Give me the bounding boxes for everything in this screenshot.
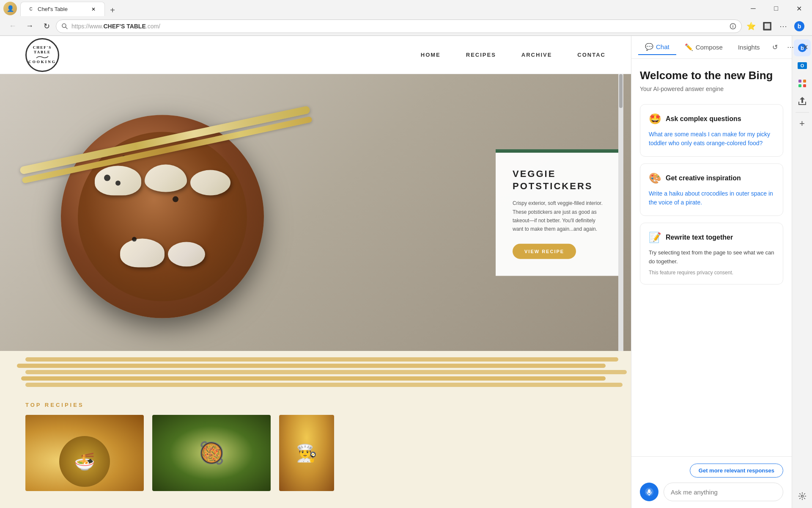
tab-compose-label: Compose — [696, 44, 723, 51]
dumpling-2 — [145, 165, 187, 192]
wave-stripe-2 — [17, 364, 606, 368]
nav-contact[interactable]: CONTAC — [577, 52, 606, 58]
favorites-icon[interactable]: ⭐ — [743, 19, 759, 34]
sesame-2 — [115, 180, 121, 185]
logo-text-top: CHEF'S TABLE — [27, 45, 58, 55]
close-sidebar-button[interactable]: ✕ — [799, 41, 812, 54]
view-recipe-button[interactable]: VIEW RECIPE — [513, 243, 576, 259]
svg-rect-16 — [803, 84, 806, 87]
more-relevant-button[interactable]: Get more relevant responses — [690, 464, 783, 478]
sidebar-footer: Get more relevant responses — [631, 456, 792, 508]
refresh-button[interactable]: ↻ — [39, 19, 54, 34]
tab-compose[interactable]: ✏️ Compose — [678, 40, 730, 55]
url-prefix: https://www. — [71, 23, 103, 30]
tab-favicon: C — [27, 6, 34, 13]
nav-home[interactable]: HOME — [421, 52, 441, 58]
scroll-track[interactable] — [618, 74, 623, 351]
creative-example-link[interactable]: Write a haiku about crocodiles in outer … — [649, 189, 774, 207]
hero-bowl-area — [25, 102, 279, 323]
back-button[interactable]: ← — [5, 19, 20, 34]
feature-card-rewrite-header: 📝 Rewrite text together — [649, 232, 774, 243]
share-sidebar-icon[interactable] — [794, 93, 811, 110]
svg-line-1 — [66, 27, 67, 29]
nav-bar: ← → ↻ https://www.CHEF'S TABLE.com/ ⭐ 🔲 … — [0, 17, 812, 36]
wave-stripes — [0, 351, 631, 393]
sidebar-settings-button[interactable] — [794, 488, 811, 505]
add-sidebar-button[interactable]: + — [794, 115, 811, 132]
profile-avatar[interactable]: 👤 — [3, 2, 17, 15]
svg-rect-15 — [798, 84, 801, 87]
card-bowl-icon: 🍜 — [59, 436, 110, 487]
ask-title: Ask complex questions — [666, 115, 741, 123]
search-icon — [61, 23, 68, 30]
dumpling-4 — [120, 239, 165, 268]
address-url: https://www.CHEF'S TABLE.com/ — [71, 23, 726, 30]
nav-icons: ⭐ 🔲 ⋯ b — [743, 19, 807, 34]
welcome-title: Welcome to the new Bing — [640, 69, 783, 82]
browser-chrome: 👤 C Chef's Table ✕ + ─ □ ✕ ← → ↻ https:/… — [0, 0, 812, 36]
feature-card-ask-header: 🤩 Ask complex questions — [649, 113, 774, 125]
site-nav: HOME RECIPES ARCHIVE CONTAC — [421, 52, 606, 58]
top-recipes-title: TOP RECIPIES — [25, 402, 606, 408]
nav-archive[interactable]: ARCHIVE — [521, 52, 552, 58]
bing-mic-button[interactable] — [640, 483, 658, 501]
bing-copilot-icon[interactable]: b — [792, 19, 807, 34]
browser-right-sidebar: b O + — [792, 36, 812, 508]
url-suffix: .com/ — [146, 23, 160, 30]
more-options-icon[interactable]: ⋯ — [776, 19, 791, 34]
collections-sidebar-icon[interactable] — [794, 75, 811, 92]
page-info-icon[interactable] — [730, 23, 736, 30]
browser-tab[interactable]: C Chef's Table ✕ — [20, 2, 105, 16]
creative-title: Get creative inspiration — [666, 174, 741, 182]
forward-button[interactable]: → — [22, 19, 37, 34]
title-bar-controls: ─ □ ✕ — [743, 2, 809, 15]
chat-icon: 💬 — [645, 43, 653, 51]
dumpling-5 — [168, 242, 205, 266]
sidebar-content: Welcome to the new Bing Your AI-powered … — [631, 59, 792, 456]
more-options-sidebar-button[interactable]: ⋯ — [784, 41, 797, 54]
wave-section — [0, 351, 631, 393]
close-button[interactable]: ✕ — [789, 2, 809, 15]
collections-icon[interactable]: 🔲 — [760, 19, 775, 34]
svg-rect-13 — [798, 80, 801, 83]
address-bar[interactable]: https://www.CHEF'S TABLE.com/ — [56, 19, 742, 33]
rewrite-note: This feature requires privacy consent. — [649, 270, 774, 276]
recipe-cards: 🍜 🥘 👨‍🍳 — [25, 415, 606, 491]
wave-stripe-3 — [25, 370, 627, 374]
ask-input-row — [640, 483, 783, 501]
refresh-sidebar-button[interactable]: ↺ — [768, 41, 782, 54]
creative-emoji: 🎨 — [649, 172, 661, 184]
welcome-subtitle: Your AI-powered answer engine — [640, 86, 783, 92]
maximize-button[interactable]: □ — [766, 2, 786, 15]
sesame-1 — [104, 174, 110, 181]
feature-card-ask: 🤩 Ask complex questions What are some me… — [640, 104, 783, 157]
dumpling-3 — [190, 170, 230, 195]
tab-close-button[interactable]: ✕ — [89, 5, 98, 14]
logo-circle: CHEF'S TABLE COOKING — [25, 38, 59, 72]
wave-stripe-4 — [21, 376, 606, 381]
minimize-button[interactable]: ─ — [743, 2, 763, 15]
svg-text:b: b — [798, 23, 801, 30]
feature-card-rewrite: 📝 Rewrite text together Try selecting te… — [640, 223, 783, 284]
new-tab-button[interactable]: + — [107, 4, 118, 16]
mic-icon — [645, 487, 654, 497]
ask-input[interactable] — [664, 483, 783, 501]
outlook-sidebar-icon[interactable]: O — [794, 57, 811, 74]
hero-text-card: VEGGIEPOTSTICKERS Crispy exterior, soft … — [496, 149, 623, 276]
insights-label: Insights — [738, 44, 760, 51]
rewrite-emoji: 📝 — [649, 232, 661, 243]
svg-point-17 — [801, 495, 803, 497]
tab-insights[interactable]: Insights — [731, 40, 767, 54]
rewrite-title: Rewrite text together — [666, 234, 733, 241]
tab-chat[interactable]: 💬 Chat — [638, 39, 676, 55]
ask-example-link[interactable]: What are some meals I can make for my pi… — [649, 130, 774, 148]
url-domain: CHEF'S TABLE — [103, 23, 145, 30]
tab-chat-label: Chat — [656, 43, 669, 50]
website-viewport: CHEF'S TABLE COOKING HOME RECIPES ARCHIV… — [0, 36, 631, 508]
tab-title: Chef's Table — [38, 6, 68, 12]
feature-card-creative: 🎨 Get creative inspiration Write a haiku… — [640, 163, 783, 216]
svg-text:O: O — [800, 63, 804, 68]
wave-stripe-1 — [25, 357, 618, 362]
nav-recipes[interactable]: RECIPES — [466, 52, 496, 58]
dumpling-1 — [95, 166, 141, 195]
